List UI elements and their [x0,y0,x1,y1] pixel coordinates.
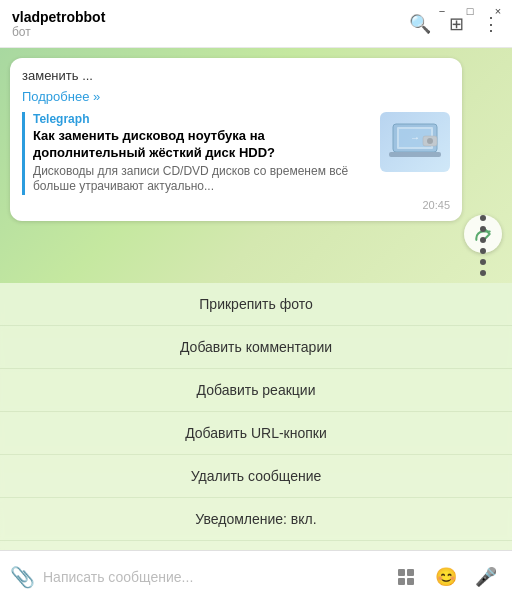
contact-name: vladpetrobbot [12,9,105,25]
action-button-0[interactable]: Прикрепить фото [0,283,512,326]
emoji-button[interactable]: 😊 [430,561,462,593]
voice-button[interactable]: 🎤 [470,561,502,593]
podrobnee-link[interactable]: Подробнее » [22,89,450,104]
chat-area: заменить ... Подробнее » Telegraph Как з… [0,48,512,283]
action-button-2[interactable]: Добавить реакции [0,369,512,412]
link-source: Telegraph [33,112,372,126]
minimize-button[interactable]: − [428,0,456,22]
svg-rect-4 [389,152,441,157]
actions-area: Прикрепить фотоДобавить комментарииДобав… [0,283,512,550]
action-button-3[interactable]: Добавить URL-кнопки [0,412,512,455]
message-input[interactable] [43,569,382,585]
link-preview: Telegraph Как заменить дисковод ноутбука… [22,112,450,195]
sticker-grid-button[interactable] [390,561,422,593]
message-time: 20:45 [22,199,450,211]
maximize-button[interactable]: □ [456,0,484,22]
contact-subtitle: бот [12,25,105,39]
message-bubble: заменить ... Подробнее » Telegraph Как з… [10,58,462,221]
action-button-6[interactable]: Предпросмотр: вкл. [0,541,512,550]
contact-info: vladpetrobbot бот [12,9,105,39]
svg-point-6 [427,138,433,144]
action-button-5[interactable]: Уведомление: вкл. [0,498,512,541]
link-title: Как заменить дисковод ноутбука на дополн… [33,128,372,162]
action-button-4[interactable]: Удалить сообщение [0,455,512,498]
link-thumbnail: → [380,112,450,172]
message-text: заменить ... [22,68,450,83]
dotted-arrow-decoration [476,215,490,283]
attach-icon[interactable]: 📎 [10,565,35,589]
svg-text:→: → [410,132,420,143]
input-bar: 📎 😊 🎤 [0,550,512,602]
close-button[interactable]: × [484,0,512,22]
action-button-1[interactable]: Добавить комментарии [0,326,512,369]
link-description: Дисководы для записи CD/DVD дисков со вр… [33,164,372,195]
